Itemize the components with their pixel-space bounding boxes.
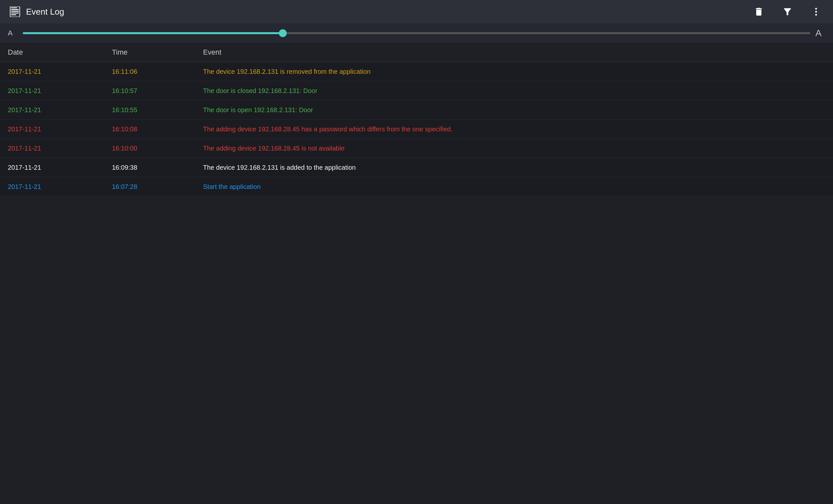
row-time: 16:10:00	[112, 145, 203, 152]
font-size-slider[interactable]	[23, 32, 810, 34]
row-time: 16:07:28	[112, 183, 203, 191]
col-header-time: Time	[112, 48, 203, 56]
slider-thumb	[279, 29, 287, 37]
filter-button[interactable]	[780, 4, 795, 20]
col-header-event: Event	[203, 48, 825, 56]
page-title: Event Log	[26, 7, 746, 17]
row-date: 2017-11-21	[8, 164, 112, 171]
table-body: 2017-11-21 16:11:06 The device 192.168.2…	[0, 62, 833, 196]
row-date: 2017-11-21	[8, 68, 112, 75]
row-time: 16:09:38	[112, 164, 203, 171]
table-row[interactable]: 2017-11-21 16:11:06 The device 192.168.2…	[0, 62, 833, 81]
row-event: The door is closed 192.168.2.131: Door	[203, 86, 825, 96]
font-size-large-label: A	[815, 28, 825, 39]
more-button[interactable]	[808, 4, 824, 20]
slider-track	[23, 32, 810, 34]
toolbar-actions	[751, 4, 824, 20]
table-row[interactable]: 2017-11-21 16:10:57 The door is closed 1…	[0, 81, 833, 100]
row-time: 16:10:08	[112, 126, 203, 133]
row-date: 2017-11-21	[8, 106, 112, 114]
svg-point-7	[815, 11, 817, 12]
table-row[interactable]: 2017-11-21 16:10:00 The adding device 19…	[0, 139, 833, 158]
delete-button[interactable]	[751, 4, 767, 20]
row-date: 2017-11-21	[8, 145, 112, 152]
table-header: Date Time Event	[0, 43, 833, 62]
col-header-date: Date	[8, 48, 112, 56]
svg-rect-2	[11, 11, 19, 12]
svg-rect-0	[11, 7, 17, 8]
toolbar: Event Log	[0, 0, 833, 23]
table-row[interactable]: 2017-11-21 16:07:28 Start the applicatio…	[0, 177, 833, 196]
svg-point-6	[815, 8, 817, 9]
row-event: The adding device 192.168.28.45 is not a…	[203, 143, 825, 153]
row-time: 16:11:06	[112, 68, 203, 75]
table-row[interactable]: 2017-11-21 16:09:38 The device 192.168.2…	[0, 158, 833, 177]
svg-point-8	[815, 14, 817, 16]
table-row[interactable]: 2017-11-21 16:10:55 The door is open 192…	[0, 100, 833, 120]
font-size-small-label: A	[8, 29, 18, 37]
row-event: The adding device 192.168.28.45 has a pa…	[203, 124, 825, 134]
row-event: The device 192.168.2.131 is added to the…	[203, 162, 825, 172]
row-event: The door is open 192.168.2.131: Door	[203, 105, 825, 115]
svg-rect-3	[11, 13, 19, 14]
row-date: 2017-11-21	[8, 87, 112, 95]
row-event: The device 192.168.2.131 is removed from…	[203, 67, 825, 76]
slider-fill	[23, 32, 283, 34]
row-time: 16:10:55	[112, 106, 203, 114]
row-date: 2017-11-21	[8, 183, 112, 191]
font-size-bar: A A	[0, 23, 833, 43]
row-time: 16:10:57	[112, 87, 203, 95]
table-row[interactable]: 2017-11-21 16:10:08 The adding device 19…	[0, 120, 833, 139]
row-date: 2017-11-21	[8, 126, 112, 133]
row-event: Start the application	[203, 182, 825, 192]
event-log-icon	[9, 6, 21, 18]
svg-rect-4	[11, 14, 16, 15]
svg-rect-1	[11, 9, 19, 10]
